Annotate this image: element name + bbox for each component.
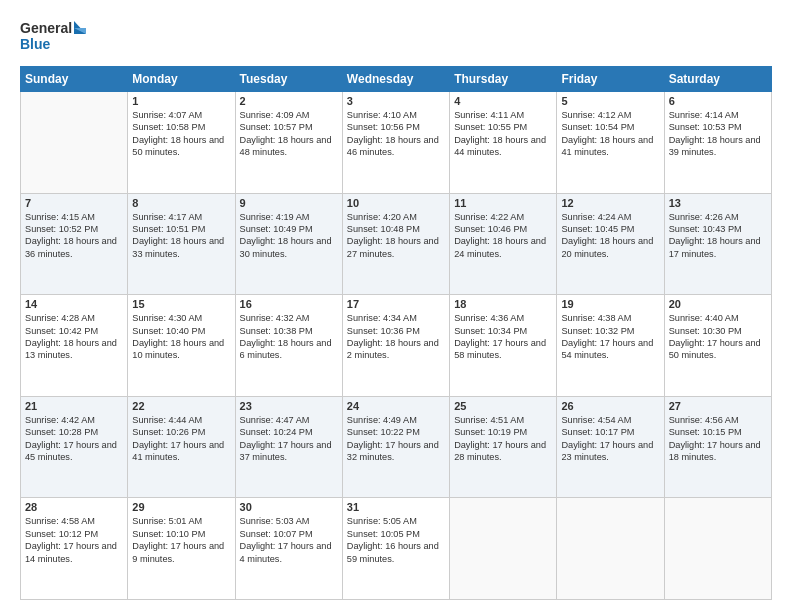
day-number: 27 (669, 400, 767, 412)
week-row-1: 1Sunrise: 4:07 AMSunset: 10:58 PMDayligh… (21, 92, 772, 194)
week-row-2: 7Sunrise: 4:15 AMSunset: 10:52 PMDayligh… (21, 193, 772, 295)
cell-text: Sunrise: 4:32 AMSunset: 10:38 PMDaylight… (240, 312, 338, 362)
cell-text: Sunrise: 4:10 AMSunset: 10:56 PMDaylight… (347, 109, 445, 159)
cell-text: Sunrise: 5:01 AMSunset: 10:10 PMDaylight… (132, 515, 230, 565)
calendar-cell: 24Sunrise: 4:49 AMSunset: 10:22 PMDaylig… (342, 396, 449, 498)
weekday-header-wednesday: Wednesday (342, 67, 449, 92)
calendar-cell: 9Sunrise: 4:19 AMSunset: 10:49 PMDayligh… (235, 193, 342, 295)
calendar-cell: 10Sunrise: 4:20 AMSunset: 10:48 PMDaylig… (342, 193, 449, 295)
day-number: 21 (25, 400, 123, 412)
day-number: 8 (132, 197, 230, 209)
day-number: 6 (669, 95, 767, 107)
day-number: 11 (454, 197, 552, 209)
calendar-cell: 5Sunrise: 4:12 AMSunset: 10:54 PMDayligh… (557, 92, 664, 194)
weekday-header-thursday: Thursday (450, 67, 557, 92)
day-number: 28 (25, 501, 123, 513)
day-number: 20 (669, 298, 767, 310)
cell-text: Sunrise: 4:26 AMSunset: 10:43 PMDaylight… (669, 211, 767, 261)
cell-text: Sunrise: 4:42 AMSunset: 10:28 PMDaylight… (25, 414, 123, 464)
weekday-header-row: SundayMondayTuesdayWednesdayThursdayFrid… (21, 67, 772, 92)
week-row-5: 28Sunrise: 4:58 AMSunset: 10:12 PMDaylig… (21, 498, 772, 600)
cell-text: Sunrise: 4:12 AMSunset: 10:54 PMDaylight… (561, 109, 659, 159)
calendar-cell: 20Sunrise: 4:40 AMSunset: 10:30 PMDaylig… (664, 295, 771, 397)
cell-text: Sunrise: 4:38 AMSunset: 10:32 PMDaylight… (561, 312, 659, 362)
day-number: 7 (25, 197, 123, 209)
day-number: 10 (347, 197, 445, 209)
cell-text: Sunrise: 4:17 AMSunset: 10:51 PMDaylight… (132, 211, 230, 261)
day-number: 1 (132, 95, 230, 107)
logo-svg: GeneralBlue (20, 16, 90, 56)
cell-text: Sunrise: 4:15 AMSunset: 10:52 PMDaylight… (25, 211, 123, 261)
calendar-cell: 13Sunrise: 4:26 AMSunset: 10:43 PMDaylig… (664, 193, 771, 295)
cell-text: Sunrise: 4:19 AMSunset: 10:49 PMDaylight… (240, 211, 338, 261)
cell-text: Sunrise: 4:58 AMSunset: 10:12 PMDaylight… (25, 515, 123, 565)
cell-text: Sunrise: 4:47 AMSunset: 10:24 PMDaylight… (240, 414, 338, 464)
calendar-cell: 7Sunrise: 4:15 AMSunset: 10:52 PMDayligh… (21, 193, 128, 295)
cell-text: Sunrise: 5:03 AMSunset: 10:07 PMDaylight… (240, 515, 338, 565)
calendar-cell (450, 498, 557, 600)
cell-text: Sunrise: 4:40 AMSunset: 10:30 PMDaylight… (669, 312, 767, 362)
day-number: 24 (347, 400, 445, 412)
weekday-header-saturday: Saturday (664, 67, 771, 92)
cell-text: Sunrise: 4:44 AMSunset: 10:26 PMDaylight… (132, 414, 230, 464)
cell-text: Sunrise: 4:24 AMSunset: 10:45 PMDaylight… (561, 211, 659, 261)
calendar-cell: 26Sunrise: 4:54 AMSunset: 10:17 PMDaylig… (557, 396, 664, 498)
day-number: 22 (132, 400, 230, 412)
calendar-cell: 14Sunrise: 4:28 AMSunset: 10:42 PMDaylig… (21, 295, 128, 397)
calendar-table: SundayMondayTuesdayWednesdayThursdayFrid… (20, 66, 772, 600)
cell-text: Sunrise: 4:56 AMSunset: 10:15 PMDaylight… (669, 414, 767, 464)
calendar-cell: 23Sunrise: 4:47 AMSunset: 10:24 PMDaylig… (235, 396, 342, 498)
calendar-cell: 17Sunrise: 4:34 AMSunset: 10:36 PMDaylig… (342, 295, 449, 397)
day-number: 16 (240, 298, 338, 310)
day-number: 14 (25, 298, 123, 310)
day-number: 31 (347, 501, 445, 513)
header: GeneralBlue (20, 16, 772, 56)
day-number: 4 (454, 95, 552, 107)
cell-text: Sunrise: 4:22 AMSunset: 10:46 PMDaylight… (454, 211, 552, 261)
calendar-cell: 22Sunrise: 4:44 AMSunset: 10:26 PMDaylig… (128, 396, 235, 498)
calendar-cell: 4Sunrise: 4:11 AMSunset: 10:55 PMDayligh… (450, 92, 557, 194)
day-number: 9 (240, 197, 338, 209)
cell-text: Sunrise: 4:30 AMSunset: 10:40 PMDaylight… (132, 312, 230, 362)
week-row-3: 14Sunrise: 4:28 AMSunset: 10:42 PMDaylig… (21, 295, 772, 397)
day-number: 2 (240, 95, 338, 107)
calendar-cell (557, 498, 664, 600)
calendar-cell: 18Sunrise: 4:36 AMSunset: 10:34 PMDaylig… (450, 295, 557, 397)
weekday-header-monday: Monday (128, 67, 235, 92)
calendar-cell: 25Sunrise: 4:51 AMSunset: 10:19 PMDaylig… (450, 396, 557, 498)
logo: GeneralBlue (20, 16, 90, 56)
day-number: 29 (132, 501, 230, 513)
day-number: 17 (347, 298, 445, 310)
cell-text: Sunrise: 4:07 AMSunset: 10:58 PMDaylight… (132, 109, 230, 159)
cell-text: Sunrise: 4:49 AMSunset: 10:22 PMDaylight… (347, 414, 445, 464)
day-number: 19 (561, 298, 659, 310)
calendar-cell: 8Sunrise: 4:17 AMSunset: 10:51 PMDayligh… (128, 193, 235, 295)
calendar-cell: 1Sunrise: 4:07 AMSunset: 10:58 PMDayligh… (128, 92, 235, 194)
calendar-cell: 11Sunrise: 4:22 AMSunset: 10:46 PMDaylig… (450, 193, 557, 295)
cell-text: Sunrise: 5:05 AMSunset: 10:05 PMDaylight… (347, 515, 445, 565)
calendar-cell: 29Sunrise: 5:01 AMSunset: 10:10 PMDaylig… (128, 498, 235, 600)
cell-text: Sunrise: 4:14 AMSunset: 10:53 PMDaylight… (669, 109, 767, 159)
calendar-cell: 12Sunrise: 4:24 AMSunset: 10:45 PMDaylig… (557, 193, 664, 295)
day-number: 12 (561, 197, 659, 209)
day-number: 23 (240, 400, 338, 412)
weekday-header-sunday: Sunday (21, 67, 128, 92)
cell-text: Sunrise: 4:36 AMSunset: 10:34 PMDaylight… (454, 312, 552, 362)
calendar-cell: 28Sunrise: 4:58 AMSunset: 10:12 PMDaylig… (21, 498, 128, 600)
calendar-cell: 3Sunrise: 4:10 AMSunset: 10:56 PMDayligh… (342, 92, 449, 194)
day-number: 3 (347, 95, 445, 107)
calendar-cell: 27Sunrise: 4:56 AMSunset: 10:15 PMDaylig… (664, 396, 771, 498)
calendar-cell: 2Sunrise: 4:09 AMSunset: 10:57 PMDayligh… (235, 92, 342, 194)
day-number: 15 (132, 298, 230, 310)
day-number: 25 (454, 400, 552, 412)
cell-text: Sunrise: 4:11 AMSunset: 10:55 PMDaylight… (454, 109, 552, 159)
weekday-header-friday: Friday (557, 67, 664, 92)
calendar-cell: 6Sunrise: 4:14 AMSunset: 10:53 PMDayligh… (664, 92, 771, 194)
calendar-cell: 31Sunrise: 5:05 AMSunset: 10:05 PMDaylig… (342, 498, 449, 600)
calendar-cell: 16Sunrise: 4:32 AMSunset: 10:38 PMDaylig… (235, 295, 342, 397)
day-number: 18 (454, 298, 552, 310)
cell-text: Sunrise: 4:54 AMSunset: 10:17 PMDaylight… (561, 414, 659, 464)
cell-text: Sunrise: 4:51 AMSunset: 10:19 PMDaylight… (454, 414, 552, 464)
weekday-header-tuesday: Tuesday (235, 67, 342, 92)
calendar-cell: 15Sunrise: 4:30 AMSunset: 10:40 PMDaylig… (128, 295, 235, 397)
